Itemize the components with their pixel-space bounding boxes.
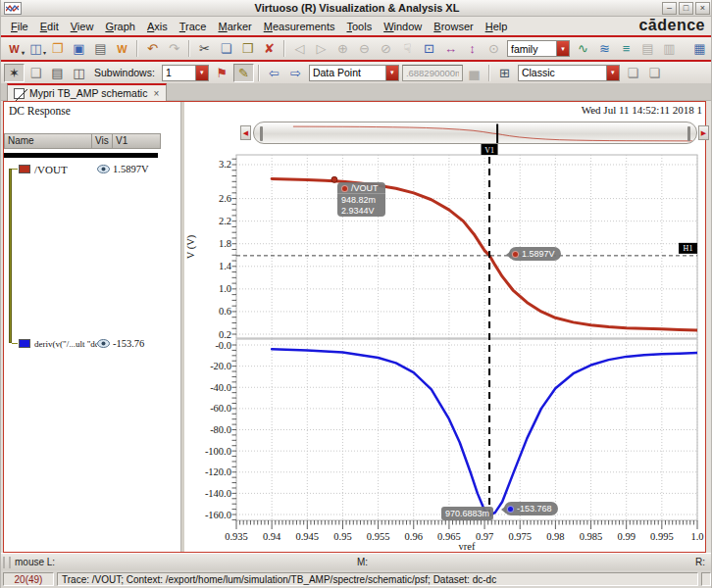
svg-text:0.995: 0.995: [650, 531, 674, 542]
svg-text:-0.0: -0.0: [215, 340, 231, 351]
svg-text:vref: vref: [459, 541, 476, 552]
trace-dot: [341, 185, 348, 192]
svg-text:-40.0: -40.0: [210, 382, 231, 393]
svg-text:V1: V1: [484, 146, 494, 155]
svg-text:1.4: 1.4: [219, 261, 232, 271]
svg-text:0.97: 0.97: [476, 531, 493, 542]
svg-text:V (V): V (V): [185, 234, 197, 259]
svg-text:H1: H1: [684, 244, 693, 253]
svg-text:0.2: 0.2: [219, 329, 231, 340]
point-value-text: -153.768: [517, 504, 552, 514]
svg-text:0.935: 0.935: [225, 531, 248, 542]
v1-marker-x-value[interactable]: 970.6883m: [441, 507, 493, 520]
svg-text:1.8: 1.8: [219, 238, 231, 249]
svg-text:0.955: 0.955: [367, 531, 390, 542]
svg-text:0.945: 0.945: [295, 531, 319, 542]
svg-text:3.2: 3.2: [219, 159, 231, 170]
svg-text:1.0: 1.0: [690, 531, 703, 542]
virtuoso-window: Virtuoso (R) Visualization & Analysis XL…: [0, 0, 712, 588]
svg-text:0.95: 0.95: [333, 531, 351, 542]
svg-text:0.99: 0.99: [618, 531, 636, 542]
h1-marker-value[interactable]: 1.5897V: [509, 247, 561, 261]
marker-dot: [507, 506, 514, 513]
svg-text:0.965: 0.965: [437, 531, 461, 542]
svg-text:0.985: 0.985: [580, 531, 603, 542]
svg-text:-120.0: -120.0: [205, 466, 231, 477]
svg-text:0.6: 0.6: [219, 306, 231, 317]
svg-text:0.98: 0.98: [546, 531, 564, 542]
svg-text:-160.0: -160.0: [205, 510, 231, 520]
svg-text:1.0: 1.0: [219, 283, 231, 294]
svg-text:-80.0: -80.0: [210, 424, 231, 435]
v1-x-text: 970.6883m: [445, 509, 489, 518]
marker-dot: [512, 251, 519, 258]
svg-text:-60.0: -60.0: [210, 403, 231, 414]
hover-tooltip: /VOUT 948.82m 2.9344V: [337, 182, 385, 217]
svg-text:-20.0: -20.0: [210, 361, 231, 371]
point-marker-value[interactable]: -153.768: [504, 502, 558, 515]
svg-text:-140.0: -140.0: [205, 488, 231, 499]
svg-text:2.2: 2.2: [219, 216, 231, 226]
svg-text:0.96: 0.96: [405, 531, 423, 542]
h1-value-text: 1.5897V: [522, 249, 555, 259]
tooltip-trace-name: /VOUT: [351, 183, 379, 193]
svg-text:-100.0: -100.0: [205, 446, 231, 457]
tooltip-y-value: 2.9344V: [341, 206, 375, 216]
svg-text:0.975: 0.975: [508, 531, 532, 542]
svg-text:2.6: 2.6: [219, 193, 231, 204]
tooltip-x-value: 948.82m: [341, 195, 376, 205]
svg-text:0.94: 0.94: [263, 531, 281, 542]
plot-canvas[interactable]: 3.22.62.21.81.41.00.60.2-0.0-20.0-40.0-6…: [1, 0, 712, 588]
